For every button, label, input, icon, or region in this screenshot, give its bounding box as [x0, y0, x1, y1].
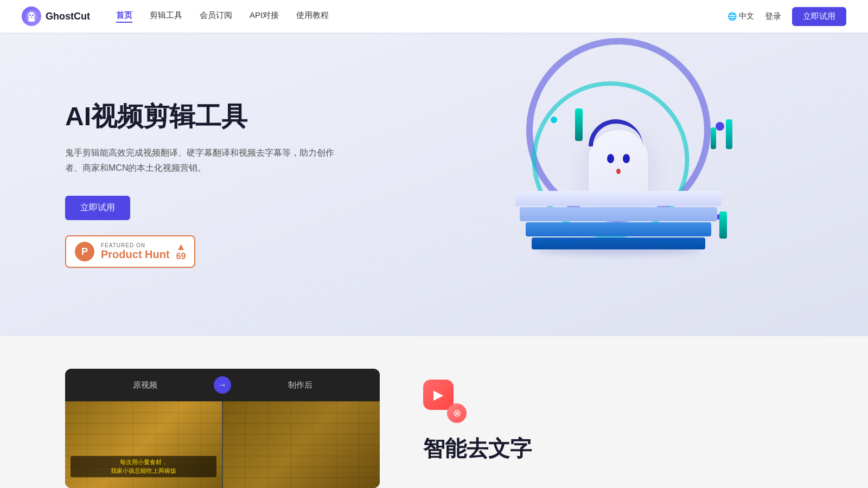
platform-layer-1	[515, 191, 722, 206]
subtitle-overlay: 每次用小量食材，我家小孩总能吃上两碗饭	[71, 456, 216, 477]
hero-description: 鬼手剪辑能高效完成视频翻译、硬字幕翻译和视频去字幕等，助力创作者、商家和MCN的…	[65, 145, 336, 177]
teal-bar-2	[711, 127, 716, 149]
ghost-eyes	[607, 154, 630, 163]
video-frame-after	[223, 401, 380, 488]
navbar: GhostCut 首页 剪辑工具 会员订阅 API对接 使用教程 🌐 中文 登录…	[0, 0, 868, 33]
play-icon: ▶	[433, 387, 443, 402]
video-compare-body: 每次用小量食材，我家小孩总能吃上两碗饭	[65, 401, 380, 488]
nav-link-tutorial[interactable]: 使用教程	[296, 10, 329, 23]
video-frame-original: 每次用小量食材，我家小孩总能吃上两碗饭	[65, 401, 222, 488]
login-button[interactable]: 登录	[765, 11, 781, 22]
product-hunt-count: 69	[176, 252, 186, 261]
svg-point-2	[29, 15, 31, 16]
brand-name: GhostCut	[46, 11, 90, 22]
platform	[515, 191, 722, 249]
product-hunt-votes: ▲ 69	[176, 242, 186, 261]
logo[interactable]: GhostCut	[22, 7, 90, 26]
orbit-dot-2	[551, 117, 557, 123]
logo-icon	[22, 7, 41, 26]
after-label: 制作后	[231, 380, 369, 390]
product-hunt-arrow: ▲	[176, 242, 186, 252]
nav-link-membership[interactable]: 会员订阅	[200, 10, 232, 23]
ghost-eye-left	[607, 154, 614, 163]
product-hunt-logo: P	[75, 242, 94, 261]
second-section: 原视频 → 制作后 每次用小量食材，我家小孩总能吃上两碗饭 ▶ ⊗	[0, 336, 868, 488]
original-label: 原视频	[76, 380, 214, 390]
nav-right: 🌐 中文 登录 立即试用	[727, 7, 846, 26]
svg-point-1	[28, 12, 35, 20]
arrow-circle: →	[214, 376, 231, 394]
ghost-nose	[616, 169, 621, 174]
brick-pattern-right	[223, 401, 380, 488]
platform-shadow	[537, 245, 700, 255]
nav-links: 首页 剪辑工具 会员订阅 API对接 使用教程	[116, 10, 727, 23]
video-compare-header: 原视频 → 制作后	[65, 369, 380, 401]
arrow-icon: →	[218, 380, 227, 390]
product-hunt-title: Product Hunt	[101, 248, 170, 261]
feature-title: 智能去文字	[423, 434, 803, 464]
svg-point-3	[32, 15, 34, 16]
teal-bar-3	[719, 211, 727, 239]
trial-button-nav[interactable]: 立即试用	[792, 7, 846, 26]
ghost-eye-right	[623, 154, 630, 163]
nav-link-home[interactable]: 首页	[116, 10, 132, 23]
hero-content: AI视频剪辑工具 鬼手剪辑能高效完成视频翻译、硬字幕翻译和视频去字幕等，助力创作…	[65, 101, 434, 268]
feature-icon-cancel: ⊗	[447, 403, 467, 423]
product-hunt-badge[interactable]: P FEATURED ON Product Hunt ▲ 69	[65, 235, 195, 268]
section-right: ▶ ⊗ 智能去文字	[423, 369, 803, 464]
language-label: 中文	[739, 11, 754, 21]
feature-icon-play: ▶	[423, 380, 454, 410]
product-hunt-text: FEATURED ON Product Hunt	[101, 242, 170, 261]
feature-icon-wrapper: ▶ ⊗	[423, 380, 467, 423]
platform-layer-3	[526, 222, 711, 236]
svg-rect-4	[31, 17, 33, 18]
hero-illustration	[434, 65, 803, 304]
teal-bar-4	[726, 119, 732, 149]
language-button[interactable]: 🌐 中文	[727, 11, 754, 21]
platform-layer-2	[520, 207, 718, 221]
video-compare-box: 原视频 → 制作后 每次用小量食材，我家小孩总能吃上两碗饭	[65, 369, 380, 488]
nav-link-editor[interactable]: 剪辑工具	[150, 10, 182, 23]
illustration-wrapper	[477, 65, 760, 304]
hero-section: AI视频剪辑工具 鬼手剪辑能高效完成视频翻译、硬字幕翻译和视频去字幕等，助力创作…	[0, 33, 868, 336]
globe-icon: 🌐	[727, 12, 737, 21]
orbit-dot-1	[716, 122, 724, 131]
hero-title: AI视频剪辑工具	[65, 101, 434, 132]
nav-link-api[interactable]: API对接	[250, 10, 279, 23]
hero-trial-button[interactable]: 立即试用	[65, 196, 130, 220]
product-hunt-featured-label: FEATURED ON	[101, 242, 170, 248]
cancel-icon: ⊗	[453, 407, 461, 419]
